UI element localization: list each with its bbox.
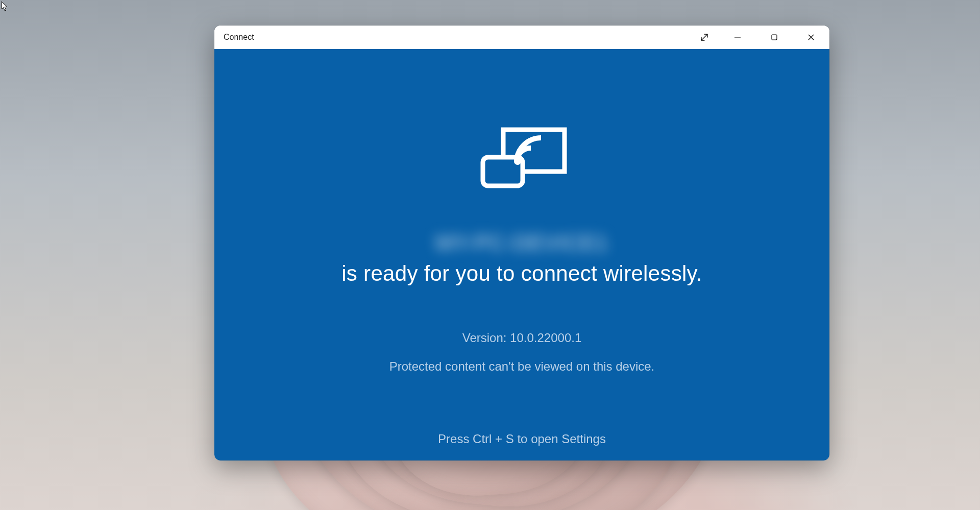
fullscreen-icon <box>700 33 708 41</box>
protected-content-message: Protected content can't be viewed on thi… <box>389 359 655 374</box>
device-name: MY-PC-DEVICE1 <box>415 229 628 257</box>
ready-message: is ready for you to connect wirelessly. <box>341 261 702 286</box>
maximize-icon <box>771 34 778 41</box>
maximize-button[interactable] <box>756 26 793 49</box>
minimize-icon <box>734 34 741 41</box>
wireless-display-icon <box>474 126 571 194</box>
svg-rect-1 <box>772 35 777 40</box>
minimize-button[interactable] <box>719 26 756 49</box>
settings-hint: Press Ctrl + S to open Settings <box>438 432 606 446</box>
connect-content: MY-PC-DEVICE1 is ready for you to connec… <box>214 49 829 460</box>
window-titlebar[interactable]: Connect <box>214 26 829 49</box>
window-controls <box>690 26 829 49</box>
window-title: Connect <box>224 33 690 42</box>
close-button[interactable] <box>793 26 829 49</box>
version-label: Version: 10.0.22000.1 <box>462 331 582 345</box>
fullscreen-button[interactable] <box>690 26 719 49</box>
connect-app-window: Connect <box>214 26 829 460</box>
svg-point-6 <box>514 158 521 165</box>
close-icon <box>807 34 815 41</box>
